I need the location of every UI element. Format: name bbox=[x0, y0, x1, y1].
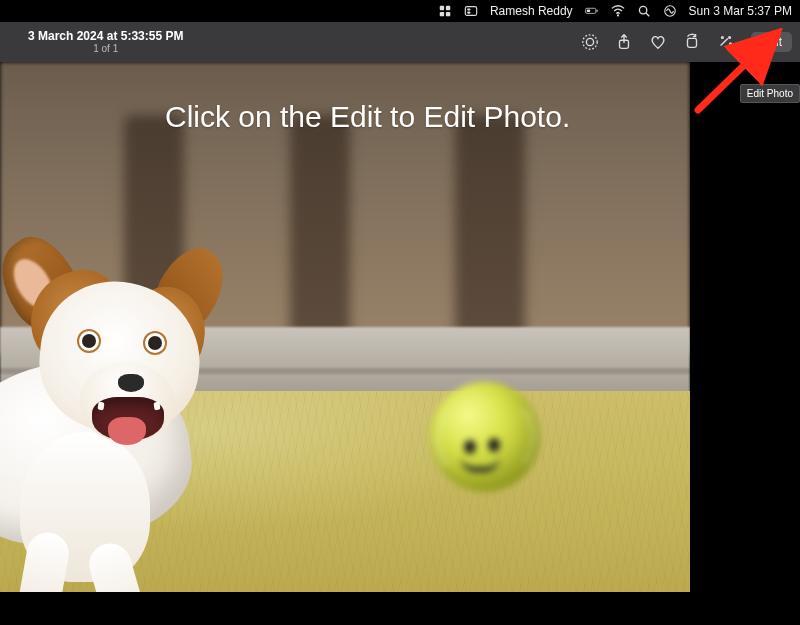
live-photo-icon[interactable] bbox=[581, 33, 599, 51]
toolbar-actions: Edit bbox=[581, 32, 792, 52]
app-icon[interactable] bbox=[438, 4, 452, 18]
siri-icon[interactable] bbox=[663, 4, 677, 18]
photo-content bbox=[0, 62, 690, 592]
photo-position: 1 of 1 bbox=[28, 43, 183, 54]
svg-rect-0 bbox=[440, 6, 444, 10]
svg-point-15 bbox=[583, 35, 597, 49]
wifi-icon[interactable] bbox=[611, 4, 625, 18]
auto-enhance-icon[interactable] bbox=[717, 33, 735, 51]
search-icon[interactable] bbox=[637, 4, 651, 18]
svg-rect-2 bbox=[440, 12, 444, 16]
menubar-datetime[interactable]: Sun 3 Mar 5:37 PM bbox=[689, 4, 792, 18]
svg-point-20 bbox=[730, 43, 732, 45]
svg-point-10 bbox=[617, 14, 619, 16]
svg-point-11 bbox=[639, 6, 646, 13]
svg-rect-6 bbox=[467, 12, 471, 14]
heart-icon[interactable] bbox=[649, 33, 667, 51]
svg-line-12 bbox=[646, 13, 649, 16]
svg-point-18 bbox=[729, 37, 731, 39]
svg-rect-8 bbox=[596, 10, 597, 12]
photo-timestamp: 3 March 2024 at 5:33:55 PM bbox=[28, 30, 183, 43]
photo-viewport[interactable] bbox=[0, 62, 690, 592]
svg-rect-4 bbox=[465, 7, 476, 16]
svg-point-19 bbox=[722, 37, 724, 39]
battery-icon[interactable] bbox=[585, 4, 599, 18]
svg-point-14 bbox=[587, 38, 594, 45]
control-center-icon[interactable] bbox=[464, 4, 478, 18]
svg-rect-17 bbox=[688, 38, 697, 47]
share-icon[interactable] bbox=[615, 33, 633, 51]
instruction-text: Click on the Edit to Edit Photo. bbox=[165, 100, 760, 134]
svg-rect-3 bbox=[446, 12, 450, 16]
macos-menubar: Ramesh Reddy Sun 3 Mar 5:37 PM bbox=[0, 0, 800, 22]
svg-rect-1 bbox=[446, 6, 450, 10]
photos-toolbar: 3 March 2024 at 5:33:55 PM 1 of 1 Edit bbox=[0, 22, 800, 62]
menubar-username[interactable]: Ramesh Reddy bbox=[490, 4, 573, 18]
tennis-ball bbox=[430, 382, 540, 492]
edit-button[interactable]: Edit bbox=[751, 32, 792, 52]
dog bbox=[0, 212, 270, 592]
svg-rect-9 bbox=[587, 10, 590, 13]
rotate-icon[interactable] bbox=[683, 33, 701, 51]
svg-rect-5 bbox=[467, 8, 471, 10]
photo-title-block: 3 March 2024 at 5:33:55 PM 1 of 1 bbox=[8, 30, 183, 54]
